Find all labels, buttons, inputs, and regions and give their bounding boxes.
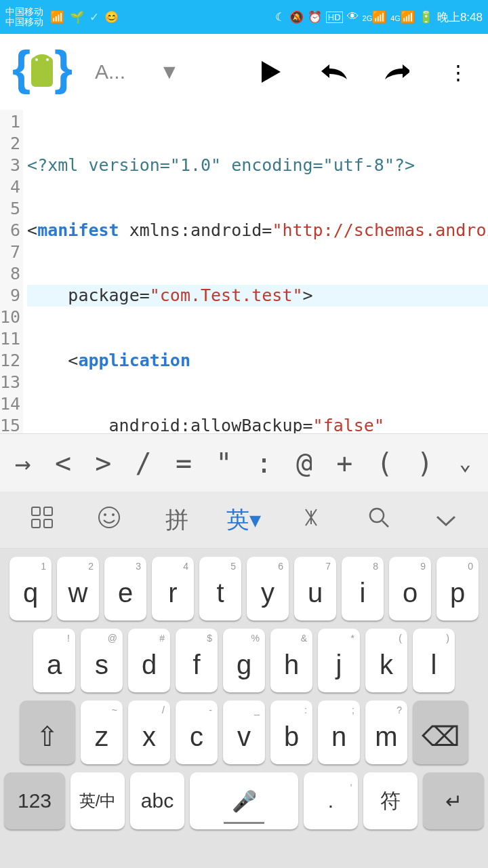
svg-text:}: } [54,43,72,94]
svg-point-10 [104,513,106,516]
mute-icon: 🔕 [289,10,304,24]
backspace-key[interactable]: ⌫ [413,701,468,764]
sprout-icon: 🌱 [70,10,84,24]
code-content[interactable]: <?xml version="1.0" encoding="utf-8"?> <… [23,110,488,433]
undo-button[interactable] [320,58,347,85]
kbd-search-icon[interactable] [354,505,403,535]
key-s[interactable]: @s [81,629,123,692]
status-left-icons: 📶 🌱 ✓ 😊 [50,10,119,24]
key-m[interactable]: ?m [365,701,407,764]
numeric-key[interactable]: 123 [4,772,65,829]
svg-rect-7 [32,519,40,528]
key-h[interactable]: &h [270,629,312,692]
kbd-row-2: !a@s#d$f%g&h*j(k)l [4,629,484,692]
eye-icon: 👁 [347,10,359,24]
key-x[interactable]: /x [128,701,170,764]
redo-button[interactable] [382,58,409,85]
carrier-1: 中国移动 [5,7,43,17]
app-logo[interactable]: { } [11,42,73,102]
symbol-key[interactable]: 符 [363,772,418,829]
clock-text: 晚上8:48 [437,9,483,25]
kbd-grid-icon[interactable] [18,506,66,534]
svg-point-3 [46,58,49,61]
kbd-row-bottom: 123 英/中 abc 🎤 ,. 符 ↵ [4,772,484,829]
space-key[interactable]: 🎤 [190,772,298,829]
key-c[interactable]: -c [176,701,218,764]
sym-colon[interactable]: : [245,448,284,479]
sym-tab[interactable]: → [3,448,43,479]
svg-rect-5 [32,507,40,515]
sym-rparen[interactable]: ) [405,448,445,479]
kbd-collapse-icon[interactable] [422,507,470,533]
pulse-icon: 📶 [50,10,64,24]
enter-key[interactable]: ↵ [423,772,484,829]
svg-text:{: { [12,43,30,94]
kbd-pinyin-tab[interactable]: 拼 [152,505,201,536]
sym-quote[interactable]: " [204,448,243,479]
sym-lt[interactable]: < [43,448,83,479]
status-bar: 中国移动 中国移动 📶 🌱 ✓ 😊 ☾ 🔕 ⏰ HD 👁 2G📶 4G📶 🔋 晚… [0,0,488,34]
carrier-2: 中国移动 [5,17,43,27]
overflow-menu[interactable]: ⋮ [445,58,472,85]
key-i[interactable]: 8i [342,557,384,620]
key-b[interactable]: :b [270,701,312,764]
key-e[interactable]: 3e [104,557,146,620]
sym-plus[interactable]: + [325,448,364,479]
check-icon: ✓ [89,10,99,24]
key-w[interactable]: 2w [57,557,99,620]
sym-at[interactable]: @ [285,448,324,479]
key-t[interactable]: 5t [199,557,241,620]
key-q[interactable]: 1q [9,557,52,620]
svg-point-2 [35,58,38,61]
svg-rect-6 [44,507,52,515]
sym-lparen[interactable]: ( [365,448,405,479]
svg-point-13 [370,509,384,522]
key-y[interactable]: 6y [247,557,289,620]
key-d[interactable]: #d [128,629,170,692]
key-o[interactable]: 9o [389,557,431,620]
battery-icon: 🔋 [419,10,433,24]
key-z[interactable]: ~z [81,701,123,764]
shift-key[interactable]: ⇧ [20,701,75,764]
alarm-icon: ⏰ [308,10,322,24]
run-button[interactable] [258,58,285,85]
abc-key[interactable]: abc [130,772,184,829]
key-n[interactable]: ;n [318,701,360,764]
dropdown-icon: ▼ [159,60,180,83]
file-dropdown[interactable]: A... ▼ [95,60,258,83]
app-toolbar: { } A... ▼ ⋮ [0,34,488,110]
key-l[interactable]: )l [413,629,455,692]
svg-point-9 [99,507,119,528]
signal-2g: 2G📶 [363,10,387,24]
svg-point-11 [112,513,115,516]
kbd-english-tab[interactable]: 英▾ [220,505,268,536]
period-key[interactable]: ,. [304,772,358,829]
kbd-emoji-icon[interactable] [85,505,134,535]
sym-eq[interactable]: = [164,448,203,479]
kbd-cursor-icon[interactable] [287,505,336,535]
sym-gt[interactable]: > [83,448,123,479]
key-r[interactable]: 4r [152,557,194,620]
kbd-row-3: ⇧ ~z/x-c_v:b;n?m ⌫ [4,701,484,764]
lang-key[interactable]: 英/中 [70,772,125,829]
key-g[interactable]: %g [223,629,265,692]
code-line: <manifest xmlns:android="http://schemas.… [27,220,488,241]
key-k[interactable]: (k [365,629,407,692]
moon-icon: ☾ [275,10,285,24]
code-editor[interactable]: 123 456 789 101112 131415 <?xml version=… [0,110,488,433]
sym-slash[interactable]: / [124,448,163,479]
key-f[interactable]: $f [176,629,218,692]
hd-icon: HD [326,12,343,23]
symbol-bar: → < > / = " : @ + ( ) ⌄ [0,433,488,492]
carrier-labels: 中国移动 中国移动 [5,7,43,28]
key-v[interactable]: _v [223,701,265,764]
code-line: <?xml version="1.0" encoding="utf-8"?> [27,155,488,176]
key-a[interactable]: !a [33,629,75,692]
key-p[interactable]: 0p [436,557,479,620]
key-u[interactable]: 7u [294,557,336,620]
key-j[interactable]: *j [318,629,360,692]
code-line: <application [27,350,488,372]
code-line: package="com.Test.test"> [27,285,488,307]
sym-collapse[interactable]: ⌄ [445,451,485,475]
svg-line-14 [382,521,388,527]
